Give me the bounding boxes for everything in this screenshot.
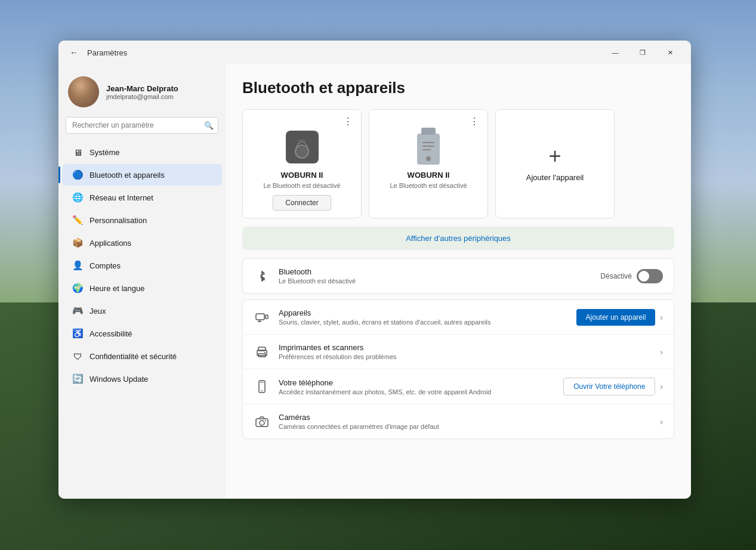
device-menu-button-1[interactable]: ⋮	[340, 115, 356, 128]
connect-button-1[interactable]: Connecter	[273, 195, 331, 211]
bluetooth-row-text: Bluetooth Le Bluetooth est désactivé	[279, 267, 592, 285]
imprimantes-row[interactable]: Imprimantes et scanners Préférences et r…	[243, 335, 674, 369]
svg-point-23	[260, 421, 264, 425]
show-more-label: Afficher d'autres périphériques	[406, 234, 511, 243]
accessibilite-icon: ♿	[72, 327, 84, 339]
cameras-icon	[254, 413, 270, 430]
applications-icon: 📦	[72, 237, 84, 249]
sidebar-item-windows-update[interactable]: 🔄 Windows Update	[62, 368, 222, 390]
cameras-chevron: ›	[660, 417, 663, 427]
telephone-chevron: ›	[660, 382, 663, 391]
page-title: Bluetooth et appareils	[242, 79, 674, 97]
bluetooth-row[interactable]: Bluetooth Le Bluetooth est désactivé Dés…	[243, 259, 674, 293]
back-button[interactable]: ←	[66, 44, 82, 61]
sidebar-item-heure[interactable]: 🌍 Heure et langue	[62, 277, 222, 299]
svg-point-1	[297, 143, 307, 153]
imprimantes-subtitle: Préférences et résolution des problèmes	[279, 353, 652, 360]
svg-rect-12	[266, 315, 268, 319]
usb-icon	[412, 128, 445, 166]
svg-point-18	[264, 352, 266, 353]
svg-rect-9	[422, 149, 431, 150]
user-info: Jean-Marc Delprato jmdelprato@gmail.com	[106, 84, 178, 100]
telephone-row[interactable]: Votre téléphone Accédez instantanément a…	[243, 369, 674, 404]
search-input[interactable]	[66, 117, 218, 134]
toggle-knob	[638, 271, 649, 282]
speaker-device-icon	[284, 129, 320, 165]
cameras-subtitle: Caméras connectées et paramètres d'image…	[279, 423, 652, 430]
telephone-row-text: Votre téléphone Accédez instantanément a…	[279, 378, 555, 395]
appareils-title: Appareils	[279, 308, 568, 317]
appareils-action: Ajouter un appareil ›	[576, 309, 663, 326]
reseau-icon: 🌐	[72, 191, 84, 203]
close-button[interactable]: ✕	[656, 43, 684, 62]
svg-rect-11	[256, 314, 264, 320]
main-layout: Jean-Marc Delprato jmdelprato@gmail.com …	[58, 64, 691, 499]
toggle-label: Désactivé	[600, 272, 632, 280]
svg-point-20	[261, 390, 263, 391]
imprimantes-icon	[254, 344, 270, 360]
sidebar-item-bluetooth[interactable]: 🔵 Bluetooth et appareils	[62, 164, 222, 186]
svg-rect-0	[291, 136, 313, 157]
sidebar-item-reseau[interactable]: 🌐 Réseau et Internet	[62, 187, 222, 208]
systeme-icon: 🖥	[72, 146, 84, 158]
sidebar-item-label: Système	[90, 148, 120, 157]
sidebar-item-label: Heure et langue	[90, 284, 145, 293]
sidebar-item-label: Réseau et Internet	[90, 193, 153, 202]
device-card-woburn2: ⋮ WOBURN II Le Bluetooth est désactivé	[369, 109, 488, 218]
appareils-row[interactable]: Appareils Souris, clavier, stylet, audio…	[243, 300, 674, 335]
svg-rect-4	[298, 140, 306, 143]
user-profile: Jean-Marc Delprato jmdelprato@gmail.com	[58, 72, 226, 117]
device-status-2: Le Bluetooth est désactivé	[390, 182, 467, 189]
bluetooth-title: Bluetooth	[279, 267, 592, 276]
cameras-row[interactable]: Caméras Caméras connectées et paramètres…	[243, 404, 674, 438]
comptes-icon: 👤	[72, 259, 84, 271]
sidebar-item-jeux[interactable]: 🎮 Jeux	[62, 300, 222, 322]
sidebar-item-comptes[interactable]: 👤 Comptes	[62, 255, 222, 276]
user-email: jmdelprato@gmail.com	[106, 93, 178, 100]
imprimantes-action: ›	[660, 347, 663, 357]
sidebar-item-applications[interactable]: 📦 Applications	[62, 232, 222, 254]
sidebar-item-label: Jeux	[90, 307, 106, 316]
sidebar-item-confidentialite[interactable]: 🛡 Confidentialité et sécurité	[62, 345, 222, 367]
bluetooth-section: Bluetooth Le Bluetooth est désactivé Dés…	[242, 258, 674, 293]
svg-rect-7	[422, 142, 434, 143]
heure-icon: 🌍	[72, 282, 84, 294]
search-box: 🔍	[66, 117, 218, 134]
jeux-icon: 🎮	[72, 305, 84, 317]
cameras-row-text: Caméras Caméras connectées et paramètres…	[279, 413, 652, 430]
confidentialite-icon: 🛡	[72, 350, 84, 362]
device-menu-button-2[interactable]: ⋮	[466, 115, 483, 128]
sidebar-item-label: Comptes	[90, 261, 121, 270]
device-cards: ⋮ WOBURN II Le Bl	[242, 109, 674, 218]
other-settings-section: Appareils Souris, clavier, stylet, audio…	[242, 299, 674, 439]
appareils-chevron: ›	[660, 313, 663, 322]
sidebar-item-personnalisation[interactable]: ✏️ Personnalisation	[62, 209, 222, 231]
bluetooth-icon: 🔵	[72, 169, 84, 181]
bluetooth-subtitle: Le Bluetooth est désactivé	[279, 277, 592, 285]
window-title: Paramètres	[87, 48, 127, 57]
show-more-bar[interactable]: Afficher d'autres périphériques	[242, 227, 674, 250]
open-phone-button[interactable]: Ouvrir Votre téléphone	[563, 378, 655, 395]
titlebar: ← Paramètres — ❐ ✕	[58, 41, 691, 64]
add-device-button[interactable]: Ajouter un appareil	[576, 309, 656, 326]
maximize-button[interactable]: ❐	[629, 43, 656, 62]
add-device-label: Ajouter l'appareil	[526, 173, 584, 182]
device-name-2: WOBURN II	[408, 171, 450, 180]
device-status-1: Le Bluetooth est désactivé	[263, 182, 340, 189]
sidebar-item-accessibilite[interactable]: ♿ Accessibilité	[62, 323, 222, 344]
sidebar-item-systeme[interactable]: 🖥 Système	[62, 141, 222, 163]
usb-device-icon	[411, 129, 446, 165]
settings-window: ← Paramètres — ❐ ✕ Jean-Marc Delprato jm…	[58, 41, 691, 499]
sidebar-item-label: Applications	[90, 239, 131, 248]
sidebar-item-label: Windows Update	[90, 375, 148, 384]
device-name-1: WOBURN II	[281, 171, 323, 180]
bluetooth-toggle[interactable]	[637, 269, 663, 283]
add-device-card[interactable]: + Ajouter l'appareil	[495, 109, 615, 218]
speaker-icon	[286, 131, 319, 163]
appareils-subtitle: Souris, clavier, stylet, audio, écrans e…	[279, 319, 568, 326]
minimize-button[interactable]: —	[601, 43, 629, 62]
bluetooth-toggle-action: Désactivé	[600, 269, 663, 283]
avatar	[68, 76, 99, 107]
content-area: Bluetooth et appareils ⋮	[226, 64, 691, 499]
svg-rect-8	[422, 146, 434, 147]
